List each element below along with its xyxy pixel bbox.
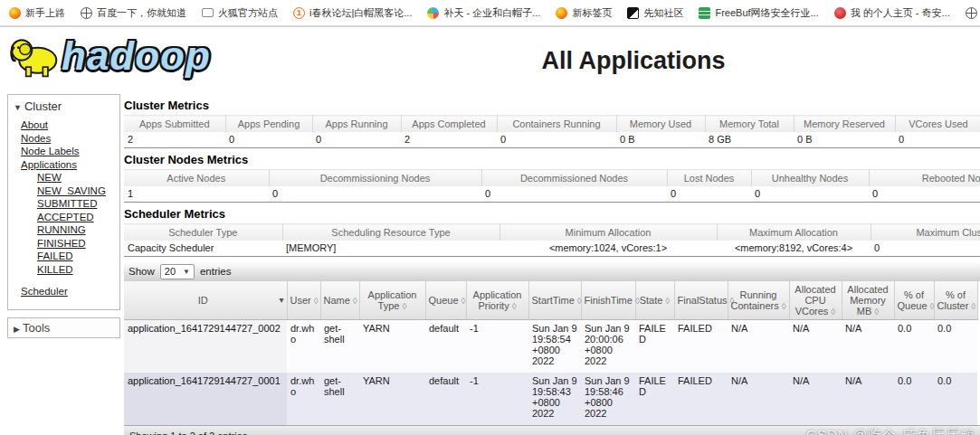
state-cell: FAILED <box>635 373 674 425</box>
sidebar-item-running[interactable]: RUNNING <box>37 223 114 237</box>
type-cell: YARN <box>359 320 425 373</box>
column-header-finalstatus[interactable]: FinalStatus <box>674 281 728 320</box>
sort-icon <box>871 306 879 317</box>
column-header: Lost Nodes <box>667 170 751 187</box>
sidebar-item-new[interactable]: NEW <box>37 171 114 184</box>
column-header-finishtime[interactable]: FinishTime <box>581 281 635 320</box>
column-header: Decommissioning Nodes <box>269 170 481 187</box>
bookmark-item[interactable]: 新手上路 <box>9 6 65 20</box>
column-header: VCores Used <box>895 116 980 133</box>
column-header-name[interactable]: Name <box>320 281 359 320</box>
cluster-nodes-metrics-table: Active Nodes Decommissioning Nodes Decom… <box>124 169 980 203</box>
bookmark-item[interactable]: 火狐官方站点 <box>202 6 278 20</box>
firefox-icon <box>9 7 21 19</box>
sidebar-cluster-header[interactable]: ▼Cluster <box>14 99 114 113</box>
freebuf-icon <box>699 7 710 19</box>
sort-icon <box>662 295 670 306</box>
entries-label: entries <box>200 266 232 277</box>
column-header-starttime[interactable]: StartTime <box>528 281 581 320</box>
sort-icon <box>779 300 786 311</box>
sidebar-item-nodes[interactable]: Nodes <box>21 132 114 146</box>
sidebar-item-about[interactable]: About <box>21 118 114 132</box>
hadoop-elephant-icon <box>9 33 60 80</box>
rebooted-nodes-link[interactable]: 0 <box>872 188 878 199</box>
chevron-down-icon: ▼ <box>183 268 190 276</box>
bookmark-item[interactable]: 我 的个人主页 - 奇安... <box>834 6 950 20</box>
column-header-allocated-cpu-vcores[interactable]: Allocated CPU VCores <box>789 281 842 320</box>
name-cell: get-shell <box>320 320 359 373</box>
metric-value: 2 <box>401 132 497 148</box>
active-nodes-link[interactable]: 1 <box>128 188 133 199</box>
column-header: Unhealthy Nodes <box>751 170 869 187</box>
bookmark-label: 补天 - 企业和白帽子... <box>443 6 540 20</box>
starttime-cell: Sun Jan 9 19:58:43 +0800 2022 <box>528 373 581 425</box>
column-header-queue[interactable]: Queue <box>425 281 466 320</box>
bookmark-item[interactable]: 百度一下，你就知道 <box>81 6 186 20</box>
column-header: Apps Pending <box>225 116 312 133</box>
sidebar-item-new-saving[interactable]: NEW_SAVING <box>37 184 114 198</box>
csdn-watermark: CSDN @吃个·咸鱼压压鲸 <box>806 427 975 435</box>
cluster-metrics-title: Cluster Metrics <box>124 99 980 112</box>
user-cell: dr.who <box>287 320 320 373</box>
sidebar-item-scheduler[interactable]: Scheduler <box>21 285 114 298</box>
column-header-allocated-memory-mb[interactable]: Allocated Memory MB <box>842 281 894 320</box>
bookmark-item[interactable]: 先知社区 <box>627 6 683 20</box>
column-header: Memory Reserved <box>794 116 895 133</box>
application-link[interactable]: application_1641729144727_0001 <box>128 375 281 386</box>
bookmark-item[interactable]: 新标签页 <box>556 6 612 20</box>
allocated-cpu-cell: N/A <box>789 320 842 373</box>
column-header-pct-of-cluster[interactable]: % of Cluster <box>934 281 977 320</box>
column-header: Memory Total <box>705 116 794 133</box>
type-cell: YARN <box>359 373 425 425</box>
column-header-application-type[interactable]: Application Type <box>359 281 425 320</box>
show-entries-select[interactable]: 20▼ <box>160 264 195 279</box>
sidebar-item-killed[interactable]: KILLED <box>37 263 114 277</box>
table-row: application_1641729144727_0002 dr.who ge… <box>124 320 977 373</box>
page-header: hadoop All Applications <box>0 27 980 92</box>
column-header-id[interactable]: ID <box>124 281 287 320</box>
bookmark-item[interactable]: FreeBuf网络安全行业... <box>699 6 818 20</box>
column-header: Scheduling Resource Type <box>282 224 500 241</box>
application-link[interactable]: application_1641729144727_0002 <box>128 323 281 334</box>
sidebar-item-node-labels[interactable]: Node Labels <box>21 145 114 158</box>
decommissioning-nodes-link[interactable]: 0 <box>272 188 278 199</box>
sort-icon <box>633 295 640 306</box>
sidebar-item-accepted[interactable]: ACCEPTED <box>37 211 114 224</box>
qianxin-icon <box>834 7 846 19</box>
column-header: Containers Running <box>497 116 616 133</box>
globe-icon <box>966 7 977 19</box>
allocated-memory-cell: N/A <box>842 373 894 425</box>
bookmark-item[interactable]: 补天 - 企业和白帽子... <box>427 6 540 20</box>
metric-value: 0 <box>869 186 980 203</box>
user-cell: dr.who <box>287 373 320 425</box>
metric-value: [MEMORY] <box>282 241 500 257</box>
finishtime-cell: Sun Jan 9 20:00:06 +0800 2022 <box>581 320 635 373</box>
finishtime-cell: Sun Jan 9 19:58:46 +0800 2022 <box>581 373 635 425</box>
unhealthy-nodes-link[interactable]: 0 <box>755 188 760 199</box>
column-header-state[interactable]: State <box>635 281 674 320</box>
allocated-memory-cell: N/A <box>842 320 894 373</box>
bookmark-item[interactable]: 在线子域名查询 <box>966 6 980 20</box>
bookmark-label: i春秋论坛|白帽黑客论... <box>309 6 412 20</box>
sidebar-item-submitted[interactable]: SUBMITTED <box>37 197 114 211</box>
column-header-user[interactable]: User <box>287 281 320 320</box>
sidebar-tools-header[interactable]: ▶Tools <box>7 317 120 338</box>
column-header-application-priority[interactable]: Application Priority <box>466 281 528 320</box>
metric-value: 0 <box>667 186 751 203</box>
finalstatus-cell: FAILED <box>674 320 728 373</box>
sidebar-item-applications[interactable]: Applications <box>21 158 114 172</box>
column-header-running-containers[interactable]: Running Containers <box>728 281 789 320</box>
column-header-pct-of-queue[interactable]: % of Queue <box>894 281 934 320</box>
sidebar-item-finished[interactable]: FINISHED <box>37 237 114 251</box>
metric-value: 0 <box>895 132 980 148</box>
bookmark-item[interactable]: 1i春秋论坛|白帽黑客论... <box>293 6 412 20</box>
state-cell: FAILED <box>635 320 674 373</box>
lost-nodes-link[interactable]: 0 <box>671 188 676 199</box>
sort-icon <box>828 306 835 317</box>
cluster-metrics-table: Apps Submitted Apps Pending Apps Running… <box>124 115 980 148</box>
sidebar-item-failed[interactable]: FAILED <box>37 250 114 263</box>
bookmark-label: 火狐官方站点 <box>218 6 278 20</box>
column-header: Minimum Allocation <box>500 224 717 241</box>
hadoop-logo: hadoop <box>9 33 211 80</box>
decommissioned-nodes-link[interactable]: 0 <box>485 188 490 199</box>
